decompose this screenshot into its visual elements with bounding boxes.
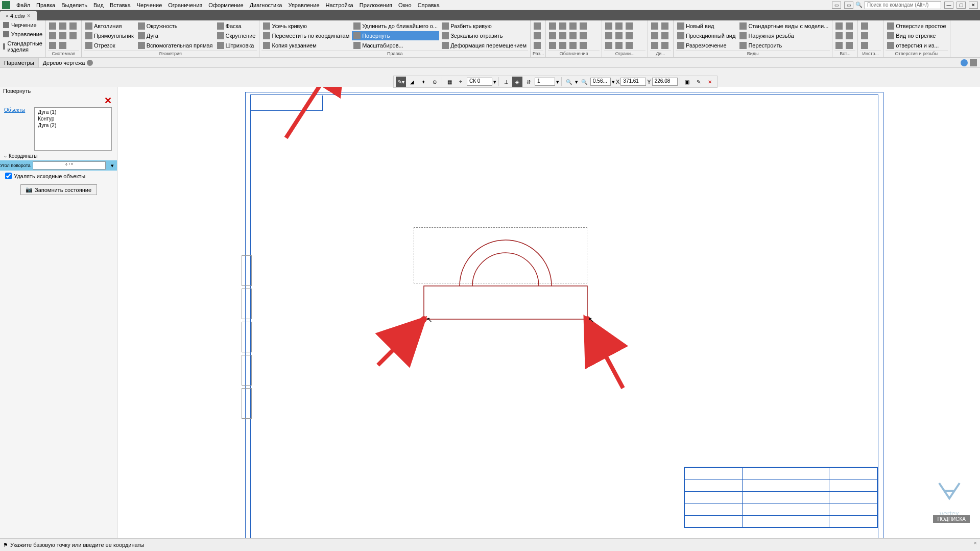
hatch-button[interactable]: Штриховка	[216, 41, 257, 50]
ob9[interactable]	[568, 41, 578, 50]
ob4[interactable]	[558, 21, 567, 31]
segment-button[interactable]: Отрезок	[84, 41, 135, 50]
status-close-icon[interactable]: ×	[974, 540, 977, 546]
dropdown-icon[interactable]: ▾	[493, 79, 496, 85]
undo-icon[interactable]	[48, 41, 57, 50]
ob8[interactable]	[568, 31, 578, 40]
command-search-input[interactable]	[865, 1, 941, 9]
newview-button[interactable]: Новый вид	[676, 21, 737, 31]
di5[interactable]	[660, 31, 670, 40]
menu-format[interactable]: Оформление	[205, 2, 246, 8]
arrowview-button[interactable]: Разрез/сечение	[676, 41, 737, 50]
ob5[interactable]	[558, 31, 567, 40]
ob10[interactable]	[579, 21, 588, 31]
deform-button[interactable]: Деформация перемещением	[440, 41, 528, 50]
ob11[interactable]	[579, 31, 588, 40]
raz1-icon[interactable]	[533, 21, 542, 31]
zoom-icon[interactable]: 🔍	[579, 77, 589, 87]
di4[interactable]	[660, 21, 670, 31]
rotate-button[interactable]: Повернуть	[352, 31, 439, 40]
x-coord[interactable]: 371.61	[620, 78, 646, 86]
og8[interactable]	[625, 31, 634, 40]
grid-icon[interactable]: ▦	[444, 77, 455, 87]
vs5[interactable]	[845, 31, 854, 40]
chamfer-button[interactable]: Фаска	[216, 21, 257, 31]
ob3[interactable]	[548, 41, 557, 50]
in2[interactable]	[860, 31, 869, 40]
movecoord-button[interactable]: Переместить по координатам	[261, 31, 351, 40]
tab-close-icon[interactable]: ×	[27, 12, 31, 19]
vs1[interactable]	[834, 21, 844, 31]
objects-list[interactable]: Дуга (1) Контур Дуга (2)	[34, 107, 112, 151]
list-item[interactable]: Контур	[36, 115, 110, 122]
di6[interactable]	[660, 41, 670, 50]
checkbox[interactable]	[5, 173, 12, 179]
list-icon[interactable]	[970, 59, 977, 66]
document-tab[interactable]: ▫ 4.cdw ×	[0, 11, 37, 20]
menu-settings[interactable]: Настройка	[323, 2, 356, 8]
break-button[interactable]: Разбить кривую	[440, 21, 528, 31]
simplehole-button[interactable]: Отверстие простое	[886, 21, 947, 31]
pen-icon[interactable]: ✎▾	[396, 77, 406, 87]
close-cmd-icon[interactable]: ✕	[705, 77, 715, 87]
menu-drawing[interactable]: Черчение	[134, 2, 165, 8]
menu-edit[interactable]: Правка	[33, 2, 58, 8]
di2[interactable]	[650, 31, 659, 40]
vs6[interactable]	[845, 41, 854, 50]
scale-input[interactable]: 1	[535, 78, 555, 86]
tool2-icon[interactable]	[68, 31, 78, 40]
new-icon[interactable]	[48, 21, 57, 31]
vs2[interactable]	[834, 31, 844, 40]
stdviews-button[interactable]: Стандартные виды с модели...	[738, 21, 830, 31]
in3[interactable]	[860, 41, 869, 50]
og4[interactable]	[614, 21, 624, 31]
tool-icon[interactable]	[68, 21, 78, 31]
og9[interactable]	[625, 41, 634, 50]
minimize-button[interactable]: —	[944, 2, 953, 9]
menu-insert[interactable]: Вставка	[107, 2, 134, 8]
list-item[interactable]: Дуга (1)	[36, 109, 110, 115]
trim-button[interactable]: Усечь кривую	[261, 21, 351, 31]
objects-link[interactable]: Объекты	[0, 106, 29, 114]
layout-btn-2[interactable]: ▭	[844, 2, 853, 9]
ob6[interactable]	[558, 41, 567, 50]
snap-icon[interactable]: ◈	[512, 77, 522, 87]
y-coord[interactable]: 226.08	[652, 78, 678, 86]
ob12[interactable]	[579, 41, 588, 50]
scale-button[interactable]: Масштабиров...	[352, 41, 439, 50]
dropdown-icon[interactable]: ▾	[612, 79, 615, 85]
menu-manage[interactable]: Управление	[285, 2, 322, 8]
ob7[interactable]	[568, 21, 578, 31]
menu-help[interactable]: Справка	[415, 2, 443, 8]
coord-system-dropdown[interactable]: СК 0	[467, 78, 492, 86]
snap2-icon[interactable]: ✦	[418, 77, 428, 87]
gear-icon[interactable]	[87, 60, 93, 66]
menu-apps[interactable]: Приложения	[356, 2, 395, 8]
og2[interactable]	[604, 31, 613, 40]
menu-diag[interactable]: Диагностика	[247, 2, 285, 8]
auxline-button[interactable]: Вспомогательная прямая	[136, 41, 214, 50]
drawing-canvas[interactable]: ↖ ↖ vertex ПОДПИСКА	[117, 87, 980, 538]
section-button[interactable]: Перестроить	[738, 41, 830, 50]
og1[interactable]	[604, 21, 613, 31]
projview-button[interactable]: Наружная резьба	[738, 31, 830, 40]
mode-drawing[interactable]: Черчение	[0, 20, 45, 30]
zoom-value[interactable]: 0.56...	[590, 78, 611, 86]
di3[interactable]	[650, 41, 659, 50]
og3[interactable]	[604, 41, 613, 50]
og5[interactable]	[614, 31, 624, 40]
save-icon[interactable]	[58, 21, 67, 31]
open-icon[interactable]	[48, 31, 57, 40]
help-icon[interactable]	[961, 59, 968, 66]
dropdown-icon[interactable]: ▾	[556, 79, 559, 85]
dropdown-icon[interactable]: ▾	[108, 162, 117, 169]
rebuild-button[interactable]: отверстия и из...	[886, 41, 947, 50]
vs4[interactable]	[845, 21, 854, 31]
di1[interactable]	[650, 21, 659, 31]
in1[interactable]	[860, 21, 869, 31]
raz3-icon[interactable]	[533, 41, 542, 50]
og6[interactable]	[614, 41, 624, 50]
menu-select[interactable]: Выделить	[58, 2, 90, 8]
dropdown-icon[interactable]: ▾	[575, 79, 578, 85]
subscribe-button[interactable]: ПОДПИСКА	[933, 515, 970, 523]
